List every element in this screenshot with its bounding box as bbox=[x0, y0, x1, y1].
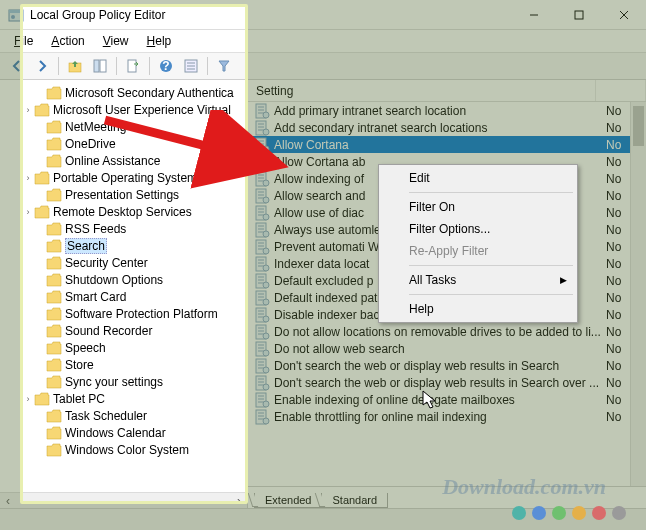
title-bar: Local Group Policy Editor bbox=[0, 0, 646, 30]
svg-point-46 bbox=[263, 197, 269, 203]
tree-item-presentation-settings[interactable]: Presentation Settings bbox=[4, 186, 247, 203]
tab-strip: Extended Standard bbox=[248, 486, 646, 508]
toolbar: ? bbox=[0, 52, 646, 80]
app-icon bbox=[8, 7, 24, 23]
tree-item-sync-your-settings[interactable]: Sync your settings bbox=[4, 373, 247, 390]
svg-point-91 bbox=[263, 350, 269, 356]
svg-point-31 bbox=[263, 146, 269, 152]
tree-item-rss-feeds[interactable]: RSS Feeds bbox=[4, 220, 247, 237]
column-setting[interactable]: Setting bbox=[248, 80, 596, 101]
list-row[interactable]: Don't search the web or display web resu… bbox=[248, 374, 646, 391]
svg-point-2 bbox=[11, 15, 15, 19]
tree-item-sound-recorder[interactable]: Sound Recorder bbox=[4, 322, 247, 339]
tree-item-netmeeting[interactable]: NetMeeting bbox=[4, 118, 247, 135]
tree-item-search[interactable]: Search bbox=[4, 237, 247, 254]
tree-item-windows-calendar[interactable]: Windows Calendar bbox=[4, 424, 247, 441]
svg-point-81 bbox=[263, 316, 269, 322]
svg-point-26 bbox=[263, 129, 269, 135]
tree-item-portable-operating-system[interactable]: ›Portable Operating System bbox=[4, 169, 247, 186]
list-row[interactable]: Do not allow locations on removable driv… bbox=[248, 323, 646, 340]
list-row[interactable]: Add primary intranet search locationNo bbox=[248, 102, 646, 119]
list-row[interactable]: Don't search the web or display web resu… bbox=[248, 357, 646, 374]
tree-h-scrollbar[interactable]: ‹› bbox=[0, 492, 247, 508]
tree-item-microsoft-secondary-authentica[interactable]: Microsoft Secondary Authentica bbox=[4, 84, 247, 101]
tree-item-store[interactable]: Store bbox=[4, 356, 247, 373]
close-button[interactable] bbox=[601, 1, 646, 29]
tree-item-speech[interactable]: Speech bbox=[4, 339, 247, 356]
list-v-scrollbar[interactable] bbox=[630, 102, 646, 486]
context-edit[interactable]: Edit bbox=[381, 167, 575, 189]
svg-point-101 bbox=[263, 384, 269, 390]
forward-button[interactable] bbox=[31, 55, 53, 77]
list-row[interactable]: Enable indexing of online delegate mailb… bbox=[248, 391, 646, 408]
tree-item-onedrive[interactable]: OneDrive bbox=[4, 135, 247, 152]
svg-point-86 bbox=[263, 333, 269, 339]
svg-point-51 bbox=[263, 214, 269, 220]
tree-pane: Microsoft Secondary Authentica›Microsoft… bbox=[0, 80, 248, 508]
svg-point-66 bbox=[263, 265, 269, 271]
tree-item-task-scheduler[interactable]: Task Scheduler bbox=[4, 407, 247, 424]
svg-point-96 bbox=[263, 367, 269, 373]
svg-point-106 bbox=[263, 401, 269, 407]
context-filter-options-[interactable]: Filter Options... bbox=[381, 218, 575, 240]
context-filter-on[interactable]: Filter On bbox=[381, 196, 575, 218]
help-button[interactable]: ? bbox=[155, 55, 177, 77]
export-button[interactable] bbox=[122, 55, 144, 77]
menu-view[interactable]: View bbox=[95, 32, 137, 50]
context-menu: EditFilter OnFilter Options...Re-Apply F… bbox=[378, 164, 578, 323]
svg-point-71 bbox=[263, 282, 269, 288]
tree-item-software-protection-platform[interactable]: Software Protection Platform bbox=[4, 305, 247, 322]
tree-item-smart-card[interactable]: Smart Card bbox=[4, 288, 247, 305]
color-dot bbox=[612, 506, 626, 520]
tree-item-microsoft-user-experience-virtual[interactable]: ›Microsoft User Experience Virtual bbox=[4, 101, 247, 118]
color-dot bbox=[512, 506, 526, 520]
color-dot bbox=[592, 506, 606, 520]
svg-point-61 bbox=[263, 248, 269, 254]
svg-point-56 bbox=[263, 231, 269, 237]
svg-point-41 bbox=[263, 180, 269, 186]
filter-button[interactable] bbox=[213, 55, 235, 77]
context-help[interactable]: Help bbox=[381, 298, 575, 320]
svg-point-111 bbox=[263, 418, 269, 424]
tree-item-security-center[interactable]: Security Center bbox=[4, 254, 247, 271]
list-row[interactable]: Enable throttling for online mail indexi… bbox=[248, 408, 646, 425]
svg-rect-1 bbox=[9, 10, 23, 13]
tree-item-windows-color-system[interactable]: Windows Color System bbox=[4, 441, 247, 458]
up-button[interactable] bbox=[64, 55, 86, 77]
list-header: Setting bbox=[248, 80, 646, 102]
context-re-apply-filter: Re-Apply Filter bbox=[381, 240, 575, 262]
menu-bar: File Action View Help bbox=[0, 30, 646, 52]
column-state[interactable] bbox=[596, 80, 646, 101]
menu-help[interactable]: Help bbox=[139, 32, 180, 50]
svg-rect-8 bbox=[94, 60, 99, 72]
minimize-button[interactable] bbox=[511, 1, 556, 29]
maximize-button[interactable] bbox=[556, 1, 601, 29]
svg-rect-9 bbox=[100, 60, 106, 72]
menu-action[interactable]: Action bbox=[43, 32, 92, 50]
context-all-tasks[interactable]: All Tasks▶ bbox=[381, 269, 575, 291]
svg-point-76 bbox=[263, 299, 269, 305]
window-title: Local Group Policy Editor bbox=[30, 8, 511, 22]
svg-point-36 bbox=[263, 163, 269, 169]
color-dot bbox=[552, 506, 566, 520]
menu-file[interactable]: File bbox=[6, 32, 41, 50]
list-row[interactable]: Add secondary intranet search locationsN… bbox=[248, 119, 646, 136]
tab-standard[interactable]: Standard bbox=[321, 493, 388, 508]
color-dots bbox=[512, 506, 626, 520]
tree-item-tablet-pc[interactable]: ›Tablet PC bbox=[4, 390, 247, 407]
svg-rect-4 bbox=[575, 11, 583, 19]
tree-item-remote-desktop-services[interactable]: ›Remote Desktop Services bbox=[4, 203, 247, 220]
tree-item-shutdown-options[interactable]: Shutdown Options bbox=[4, 271, 247, 288]
properties-button[interactable] bbox=[180, 55, 202, 77]
svg-text:?: ? bbox=[162, 59, 169, 73]
color-dot bbox=[572, 506, 586, 520]
svg-point-21 bbox=[263, 112, 269, 118]
show-hide-tree-button[interactable] bbox=[89, 55, 111, 77]
list-row[interactable]: Do not allow web searchNo bbox=[248, 340, 646, 357]
back-button[interactable] bbox=[6, 55, 28, 77]
list-row[interactable]: Allow CortanaNo bbox=[248, 136, 646, 153]
svg-rect-10 bbox=[128, 60, 136, 72]
tab-extended[interactable]: Extended bbox=[254, 493, 322, 508]
tree-item-online-assistance[interactable]: Online Assistance bbox=[4, 152, 247, 169]
color-dot bbox=[532, 506, 546, 520]
